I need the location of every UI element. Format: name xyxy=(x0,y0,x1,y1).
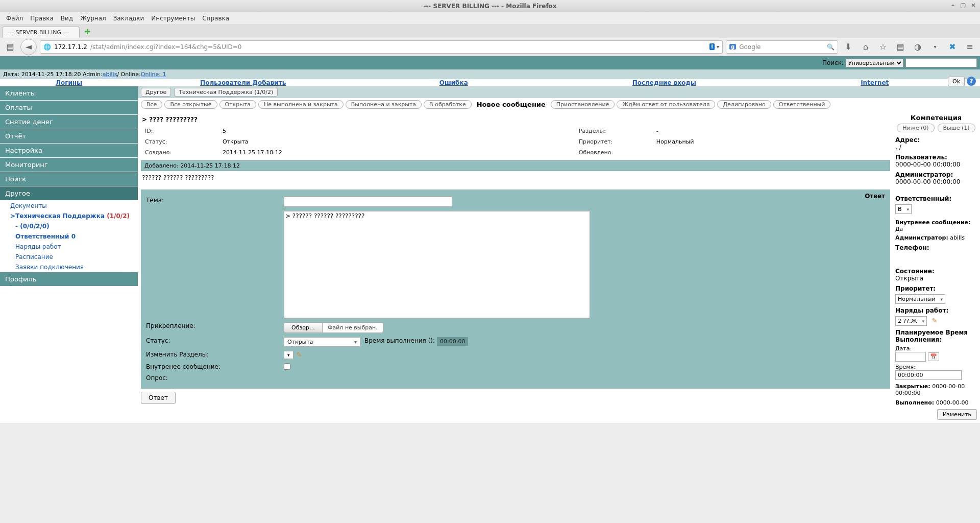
filter-responsible[interactable]: Ответственный xyxy=(773,100,831,109)
exec-time-value: 00:00:00 xyxy=(437,337,468,346)
side-priority-select[interactable]: Нормальный xyxy=(895,294,945,304)
sidebar-item-settings[interactable]: Настройка xyxy=(0,144,138,158)
menu-history[interactable]: Журнал xyxy=(77,13,109,23)
addon-icon[interactable]: ◍ xyxy=(911,40,925,54)
sidebar-item-other[interactable]: Другое xyxy=(0,186,138,201)
change-button[interactable]: Изменить xyxy=(937,409,977,420)
infobar-sep: / Online: xyxy=(117,71,140,78)
browse-button[interactable]: Обзор… xyxy=(284,322,323,333)
hamburger-menu-icon[interactable]: ≡ xyxy=(963,40,977,54)
menu-view[interactable]: Вид xyxy=(58,13,76,23)
reply-panel-title: Ответ xyxy=(865,193,885,200)
content-tabs: Другое Техническая Поддержка (1/0/2) xyxy=(138,86,980,98)
downloads-icon[interactable]: ⬇ xyxy=(841,40,855,54)
sidebar-item-search[interactable]: Поиск xyxy=(0,172,138,186)
filter-waiting[interactable]: Ждём ответ от пользователя xyxy=(617,100,715,109)
tab-techsupport[interactable]: Техническая Поддержка (1/0/2) xyxy=(174,88,278,97)
menu-file[interactable]: Файл xyxy=(3,13,26,23)
state-label: Состояние: xyxy=(895,268,977,275)
firefox-navbar: ▤ ◄ 🌐 172.17.1.2/stat/admin/index.cgi?in… xyxy=(0,38,980,56)
phone-label: Телефон: xyxy=(895,244,977,251)
subject-input[interactable] xyxy=(284,197,452,207)
infobar-online-link[interactable]: Online: 1 xyxy=(141,71,166,78)
sidebar: Клиенты Оплаты Снятие денег Отчёт Настро… xyxy=(0,86,138,423)
user-value: 0000-00-00 00:00:00 xyxy=(895,161,960,168)
help-icon[interactable]: ? xyxy=(967,77,976,86)
sidebar-item-report[interactable]: Отчёт xyxy=(0,129,138,144)
higher-button[interactable]: Выше (1) xyxy=(938,124,975,132)
tab-other[interactable]: Другое xyxy=(141,88,171,97)
url-info-badge[interactable]: I xyxy=(709,43,715,50)
edit-icon[interactable]: ✎ xyxy=(932,317,938,324)
url-bar[interactable]: 🌐 172.17.1.2/stat/admin/index.cgi?index=… xyxy=(40,40,723,54)
sidebar-item-clients[interactable]: Клиенты xyxy=(0,86,138,101)
sidebar-item-monitoring[interactable]: Мониторинг xyxy=(0,158,138,172)
filter-notdone-closed[interactable]: Не выполнена и закрыта xyxy=(258,100,344,109)
back-button[interactable]: ◄ xyxy=(20,39,37,55)
filter-delegated[interactable]: Делигировано xyxy=(717,100,771,109)
sub-dash[interactable]: - (0/0/2/0) xyxy=(15,223,50,230)
time-label: Время: xyxy=(895,364,916,370)
sub-workorders[interactable]: Наряды работ xyxy=(15,243,61,250)
sub-connections[interactable]: Заявки подключения xyxy=(15,264,84,271)
internal-msg-checkbox[interactable] xyxy=(284,363,290,370)
sub-documents[interactable]: Документы xyxy=(10,202,47,209)
sidebar-item-payments[interactable]: Оплаты xyxy=(0,101,138,115)
filter-open[interactable]: Открыта xyxy=(219,100,257,109)
extension-icon[interactable]: ✖ xyxy=(945,40,960,54)
infobar-admin-link[interactable]: abills xyxy=(103,71,117,78)
lower-button[interactable]: Ниже (0) xyxy=(897,124,934,132)
sub-responsible[interactable]: Ответственный 0 xyxy=(15,233,76,240)
filter-suspend[interactable]: Приостановление xyxy=(551,100,615,109)
menu-help[interactable]: Справка xyxy=(199,13,232,23)
menu-edit[interactable]: Правка xyxy=(27,13,57,23)
sub-techsupport[interactable]: >Техническая Поддержка (1/0/2) xyxy=(10,212,130,220)
browser-tab[interactable]: --- SERVER BILLING --- xyxy=(2,27,80,38)
file-name: Файл не выбран. xyxy=(323,322,383,333)
reply-textarea[interactable] xyxy=(284,211,590,318)
responsible-select[interactable]: В xyxy=(895,204,912,214)
search-bar[interactable]: g Google 🔍 xyxy=(726,40,838,54)
sections-select[interactable]: ▾ xyxy=(284,351,293,359)
closed-label: Закрытые: xyxy=(895,383,930,390)
sidebar-item-withdraw[interactable]: Снятие денег xyxy=(0,115,138,129)
window-close-icon[interactable]: × xyxy=(970,2,977,9)
time-input[interactable] xyxy=(895,370,962,380)
new-tab-button[interactable]: ✚ xyxy=(82,27,93,37)
bookmark-star-icon[interactable]: ☆ xyxy=(876,40,890,54)
window-title: --- SERVER BILLING --- - Mozilla Firefox xyxy=(423,3,556,10)
search-icon[interactable]: 🔍 xyxy=(827,43,835,51)
home-icon[interactable]: ⌂ xyxy=(859,40,873,54)
menu-tools[interactable]: Инструменты xyxy=(148,13,198,23)
bookmarks-list-icon[interactable]: ▤ xyxy=(893,40,908,54)
ok-button[interactable]: Ok xyxy=(948,77,965,86)
bookmarks-sidebar-icon[interactable]: ▤ xyxy=(3,40,17,54)
admin-value: 0000-00-00 00:00:00 xyxy=(895,178,960,185)
edit-icon[interactable]: ✎ xyxy=(297,351,302,359)
sidebar-item-profile[interactable]: Профиль xyxy=(0,272,138,287)
firefox-menubar: Файл Правка Вид Журнал Закладки Инструме… xyxy=(0,12,980,25)
filter-done-closed[interactable]: Выполнена и закрыта xyxy=(346,100,422,109)
reply-submit-button[interactable]: Ответ xyxy=(141,392,176,404)
reply-status-select[interactable]: Открыта xyxy=(284,337,360,347)
filter-processing[interactable]: В обработке xyxy=(424,100,472,109)
done-label: Выполнено: xyxy=(895,399,934,406)
firefox-tabbar: --- SERVER BILLING --- ✚ xyxy=(0,25,980,38)
search-type-select[interactable]: Универсальный xyxy=(846,59,903,67)
search-input[interactable] xyxy=(905,58,977,67)
menu-bookmarks[interactable]: Закладки xyxy=(110,13,148,23)
page-topbar: Поиск: Универсальный xyxy=(0,56,980,69)
window-minimize-icon[interactable]: – xyxy=(949,2,957,9)
filter-all[interactable]: Все xyxy=(141,100,162,109)
done-value: 0000-00-00 xyxy=(936,399,969,406)
chevron-down-icon[interactable]: ▾ xyxy=(928,40,942,54)
file-chooser[interactable]: Обзор… Файл не выбран. xyxy=(284,322,383,333)
window-maximize-icon[interactable]: ▢ xyxy=(960,2,967,9)
ticket-side-panel: Компетенция Ниже (0) Выше (1) Адрес: , /… xyxy=(895,114,977,420)
workorders-select[interactable]: 2 ??.Ж xyxy=(895,316,927,326)
filter-all-open[interactable]: Все открытые xyxy=(164,100,217,109)
chevron-down-icon[interactable]: ▾ xyxy=(717,44,719,50)
sub-schedule[interactable]: Расписание xyxy=(15,253,53,260)
date-input[interactable] xyxy=(895,352,926,362)
calendar-icon[interactable]: 📅 xyxy=(928,352,939,361)
